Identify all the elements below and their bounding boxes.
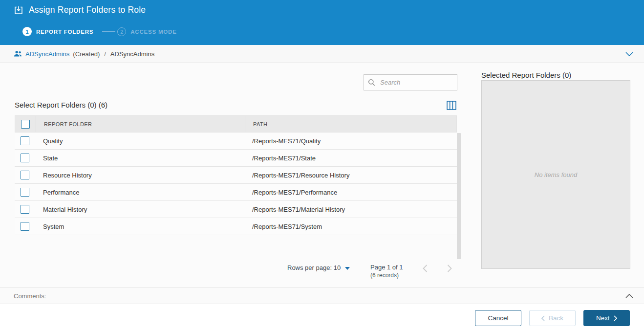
next-button-label: Next bbox=[596, 314, 610, 322]
chevron-left-icon bbox=[423, 265, 428, 272]
row-path: /Reports-MES71/System bbox=[244, 223, 457, 230]
previous-page-button[interactable] bbox=[421, 263, 429, 274]
table-row[interactable]: Performance /Reports-MES71/Performance bbox=[15, 184, 457, 201]
search-icon bbox=[368, 79, 375, 86]
breadcrumb-bar: ADSyncAdmins (Created) / ADSyncAdmins bbox=[0, 45, 644, 63]
chevron-up-icon bbox=[625, 294, 633, 298]
table-row[interactable]: System /Reports-MES71/System bbox=[15, 218, 457, 235]
column-header-path[interactable]: PATH bbox=[245, 116, 456, 132]
step-connector bbox=[102, 31, 115, 32]
next-page-button[interactable] bbox=[446, 263, 453, 274]
row-checkbox[interactable] bbox=[21, 222, 29, 231]
rows-per-page-value: 10 bbox=[334, 264, 341, 271]
row-path: /Reports-MES71/State bbox=[244, 155, 457, 162]
step-2-label: ACCESS MODE bbox=[130, 29, 176, 35]
row-folder: Performance bbox=[35, 189, 244, 196]
rows-per-page-label: Rows per page: bbox=[287, 264, 332, 271]
columns-icon bbox=[447, 101, 456, 110]
row-folder: Material History bbox=[35, 206, 244, 213]
row-checkbox[interactable] bbox=[21, 136, 29, 145]
row-folder: Resource History bbox=[35, 172, 244, 179]
search-box bbox=[364, 74, 457, 90]
dialog-header: Assign Report Folders to Role 1 REPORT F… bbox=[0, 0, 644, 45]
comments-label: Comments: bbox=[14, 292, 46, 300]
breadcrumb-role-link[interactable]: ADSyncAdmins bbox=[25, 50, 69, 58]
table-scrollbar[interactable] bbox=[457, 133, 461, 259]
row-checkbox[interactable] bbox=[21, 188, 29, 197]
cancel-button-label: Cancel bbox=[488, 314, 508, 322]
table-row[interactable]: State /Reports-MES71/State bbox=[15, 150, 457, 167]
breadcrumb: ADSyncAdmins (Created) / ADSyncAdmins bbox=[14, 50, 154, 58]
table-row[interactable]: Quality /Reports-MES71/Quality bbox=[15, 133, 457, 150]
select-folders-title: Select Report Folders (0) (6) bbox=[15, 101, 107, 109]
report-folders-table: REPORT FOLDER PATH Quality /Reports-MES7… bbox=[15, 115, 457, 235]
search-input[interactable] bbox=[379, 78, 453, 87]
step-1-circle: 1 bbox=[22, 27, 32, 36]
table-body: Quality /Reports-MES71/Quality State /Re… bbox=[15, 133, 457, 235]
users-icon bbox=[14, 50, 22, 57]
row-folder: State bbox=[35, 155, 244, 162]
breadcrumb-expand-button[interactable] bbox=[623, 50, 635, 58]
row-checkbox[interactable] bbox=[21, 154, 29, 162]
row-path: /Reports-MES71/Performance bbox=[244, 189, 457, 196]
row-folder: Quality bbox=[35, 137, 244, 145]
empty-state-text: No items found bbox=[535, 171, 577, 178]
table-row[interactable]: Material History /Reports-MES71/Material… bbox=[15, 201, 457, 218]
row-path: /Reports-MES71/Quality bbox=[244, 137, 457, 145]
row-folder: System bbox=[35, 223, 244, 230]
dropdown-caret-icon bbox=[345, 267, 350, 270]
page-info: Page 1 of 1 (6 records) bbox=[370, 263, 403, 280]
chevron-right-icon bbox=[447, 265, 452, 272]
chevron-down-icon bbox=[625, 52, 633, 56]
records-label: (6 records) bbox=[370, 271, 403, 280]
cancel-button[interactable]: Cancel bbox=[475, 310, 521, 326]
column-header-report-folder[interactable]: REPORT FOLDER bbox=[36, 116, 245, 132]
chevron-right-icon bbox=[614, 315, 617, 321]
wizard-stepper: 1 REPORT FOLDERS 2 ACCESS MODE bbox=[22, 27, 177, 36]
breadcrumb-current: ADSyncAdmins bbox=[110, 50, 154, 58]
breadcrumb-status: (Created) bbox=[73, 50, 100, 58]
assign-report-folders-dialog: Assign Report Folders to Role 1 REPORT F… bbox=[0, 0, 644, 332]
next-button[interactable]: Next bbox=[583, 310, 630, 326]
table-header-row: REPORT FOLDER PATH bbox=[15, 115, 457, 133]
dialog-title: Assign Report Folders to Role bbox=[29, 5, 146, 15]
assign-icon bbox=[14, 5, 23, 15]
back-button[interactable]: Back bbox=[529, 310, 576, 326]
chevron-left-icon bbox=[541, 315, 545, 321]
table-row[interactable]: Resource History /Reports-MES71/Resource… bbox=[15, 167, 457, 184]
column-chooser-button[interactable] bbox=[445, 99, 458, 111]
selected-folders-panel: No items found bbox=[481, 80, 630, 269]
step-2-circle: 2 bbox=[117, 27, 126, 36]
select-all-checkbox[interactable] bbox=[21, 120, 30, 129]
row-checkbox[interactable] bbox=[21, 205, 29, 214]
breadcrumb-separator: / bbox=[104, 50, 106, 58]
step-1-label: REPORT FOLDERS bbox=[36, 29, 93, 35]
comments-bar: Comments: bbox=[0, 288, 644, 304]
selected-folders-title: Selected Report Folders (0) bbox=[481, 71, 571, 79]
rows-per-page-select[interactable]: Rows per page: 10 bbox=[287, 264, 350, 271]
page-label: Page 1 of 1 bbox=[370, 263, 403, 271]
dialog-footer: Cancel Back Next bbox=[0, 304, 644, 332]
row-path: /Reports-MES71/Resource History bbox=[244, 172, 457, 179]
back-button-label: Back bbox=[549, 314, 563, 322]
row-checkbox[interactable] bbox=[21, 171, 29, 179]
comments-collapse-button[interactable] bbox=[623, 292, 635, 300]
row-path: /Reports-MES71/Material History bbox=[244, 206, 457, 213]
